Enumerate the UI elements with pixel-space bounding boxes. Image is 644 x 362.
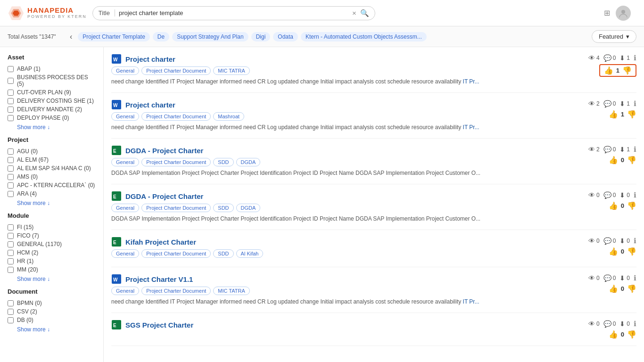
sidebar-checkbox-2-0[interactable] [8, 224, 14, 230]
result-tag-1-1[interactable]: Project Charter Document [141, 112, 211, 121]
vote-up-button-1[interactable]: 👍 [609, 110, 618, 119]
show-more-0[interactable]: Show more ↓ [8, 124, 96, 131]
sidebar-item-2-4[interactable]: HR (1) [8, 257, 96, 265]
sidebar-item-1-5[interactable]: ARA (4) [8, 189, 96, 198]
result-tag-2-3[interactable]: DGDA [236, 158, 261, 166]
info-icon-0[interactable]: ℹ [634, 54, 636, 62]
show-more-3[interactable]: Show more ↓ [8, 326, 96, 333]
sidebar-item-1-2[interactable]: AL ELM SAP S/4 HANA C (0) [8, 164, 96, 173]
result-title-1[interactable]: Project charter [125, 101, 175, 109]
sidebar-checkbox-1-5[interactable] [8, 191, 14, 197]
result-tag-3-0[interactable]: General [111, 204, 139, 212]
result-tag-0-2[interactable]: MIC TATRA [213, 66, 249, 75]
sidebar-checkbox-2-2[interactable] [8, 241, 14, 247]
sidebar-item-0-3[interactable]: DELIVERY COSTING SHE (1) [8, 97, 96, 105]
result-tag-0-0[interactable]: General [111, 66, 139, 75]
sidebar-item-1-3[interactable]: AMS (0) [8, 173, 96, 181]
sidebar-checkbox-1-1[interactable] [8, 157, 14, 163]
sidebar-item-2-5[interactable]: MM (20) [8, 265, 96, 274]
sidebar-checkbox-2-1[interactable] [8, 233, 14, 239]
filter-tag-2[interactable]: Support Strategy And Plan [172, 32, 248, 41]
result-tag-4-0[interactable]: General [111, 249, 139, 258]
grid-icon[interactable]: ⊞ [604, 8, 610, 17]
sidebar-checkbox-0-3[interactable] [8, 98, 14, 104]
info-icon-6[interactable]: ℹ [634, 320, 636, 328]
filter-nav-prev[interactable]: ‹ [68, 32, 74, 42]
search-input[interactable] [119, 9, 348, 16]
vote-up-button-6[interactable]: 👍 [609, 330, 618, 339]
vote-down-button-5[interactable]: 👎 [627, 284, 636, 293]
sidebar-checkbox-0-5[interactable] [8, 115, 14, 121]
featured-button[interactable]: Featured ▾ [592, 30, 636, 43]
sidebar-item-3-1[interactable]: CSV (2) [8, 307, 96, 316]
vote-down-button-0[interactable]: 👎 [622, 66, 632, 75]
sidebar-item-1-1[interactable]: AL ELM (67) [8, 156, 96, 164]
info-icon-2[interactable]: ℹ [634, 145, 636, 154]
filter-tag-1[interactable]: De [153, 32, 169, 41]
result-tag-4-3[interactable]: Al Kifah [236, 249, 264, 258]
vote-down-button-3[interactable]: 👎 [627, 201, 636, 210]
sidebar-checkbox-1-2[interactable] [8, 165, 14, 172]
show-more-1[interactable]: Show more ↓ [8, 200, 96, 206]
result-tag-2-1[interactable]: Project Charter Document [141, 158, 211, 166]
result-tag-4-2[interactable]: SDD [213, 249, 233, 258]
result-tag-5-2[interactable]: MIC TATRA [213, 287, 249, 295]
result-tag-2-2[interactable]: SDD [213, 158, 233, 166]
sidebar-item-1-4[interactable]: APC - KTERN ACCELERA` (0) [8, 181, 96, 189]
show-more-2[interactable]: Show more ↓ [8, 276, 96, 282]
result-tag-2-0[interactable]: General [111, 158, 139, 166]
result-tag-1-2[interactable]: Mashroat [213, 112, 244, 121]
result-title-0[interactable]: Project charter [125, 55, 175, 63]
sidebar-item-0-1[interactable]: BUSINESS PROCESS DES (5) [8, 73, 96, 88]
sidebar-item-0-0[interactable]: ABAP (1) [8, 65, 96, 73]
vote-down-button-4[interactable]: 👎 [627, 247, 636, 256]
sidebar-item-2-3[interactable]: HCM (2) [8, 248, 96, 257]
filter-tag-4[interactable]: Odata [273, 32, 298, 41]
info-icon-5[interactable]: ℹ [634, 274, 636, 282]
info-icon-3[interactable]: ℹ [634, 191, 636, 199]
vote-down-button-1[interactable]: 👎 [627, 110, 636, 119]
sidebar-checkbox-1-0[interactable] [8, 148, 14, 155]
sidebar-item-2-1[interactable]: FICO (7) [8, 231, 96, 240]
result-tag-5-1[interactable]: Project Charter Document [141, 287, 211, 295]
sidebar-checkbox-3-1[interactable] [8, 309, 14, 315]
result-title-6[interactable]: SGS Project Charter [125, 321, 193, 329]
vote-up-button-3[interactable]: 👍 [609, 201, 618, 210]
vote-up-button-0[interactable]: 👍 [604, 66, 613, 75]
sidebar-item-2-0[interactable]: FI (15) [8, 223, 96, 231]
sidebar-item-2-2[interactable]: GENERAL (1170) [8, 240, 96, 248]
vote-down-button-6[interactable]: 👎 [627, 330, 636, 339]
result-title-2[interactable]: DGDA - Project Charter [125, 147, 203, 155]
search-button[interactable]: 🔍 [360, 9, 369, 17]
sidebar-checkbox-2-5[interactable] [8, 267, 14, 273]
result-tag-5-0[interactable]: General [111, 287, 139, 295]
result-tag-0-1[interactable]: Project Charter Document [141, 66, 211, 75]
sidebar-checkbox-2-3[interactable] [8, 250, 14, 256]
sidebar-checkbox-0-1[interactable] [8, 78, 14, 84]
result-tag-4-1[interactable]: Project Charter Document [141, 249, 211, 258]
sidebar-checkbox-1-4[interactable] [8, 182, 14, 189]
sidebar-item-3-0[interactable]: BPMN (0) [8, 299, 96, 307]
info-icon-1[interactable]: ℹ [634, 99, 636, 108]
sidebar-checkbox-3-2[interactable] [8, 317, 14, 323]
sidebar-checkbox-1-3[interactable] [8, 174, 14, 180]
result-tag-3-3[interactable]: DGDA [236, 204, 261, 212]
search-clear-button[interactable]: × [352, 9, 356, 17]
result-title-3[interactable]: DGDA - Project Charter [125, 192, 203, 200]
sidebar-checkbox-0-4[interactable] [8, 107, 14, 113]
filter-tag-3[interactable]: Digi [251, 32, 271, 41]
sidebar-item-3-2[interactable]: DB (0) [8, 316, 96, 324]
vote-down-button-2[interactable]: 👎 [627, 156, 636, 165]
vote-up-button-5[interactable]: 👍 [609, 284, 618, 293]
result-tag-3-2[interactable]: SDD [213, 204, 233, 212]
result-tag-1-0[interactable]: General [111, 112, 139, 121]
sidebar-checkbox-0-2[interactable] [8, 90, 14, 96]
info-icon-4[interactable]: ℹ [634, 237, 636, 245]
vote-up-button-4[interactable]: 👍 [609, 247, 618, 256]
sidebar-item-0-2[interactable]: CUT-OVER PLAN (9) [8, 88, 96, 97]
sidebar-checkbox-2-4[interactable] [8, 258, 14, 264]
result-title-4[interactable]: Kifah Project Charter [125, 238, 196, 246]
result-tag-3-1[interactable]: Project Charter Document [141, 204, 211, 212]
filter-tag-0[interactable]: Project Charter Template [78, 32, 150, 41]
sidebar-checkbox-0-0[interactable] [8, 66, 14, 72]
